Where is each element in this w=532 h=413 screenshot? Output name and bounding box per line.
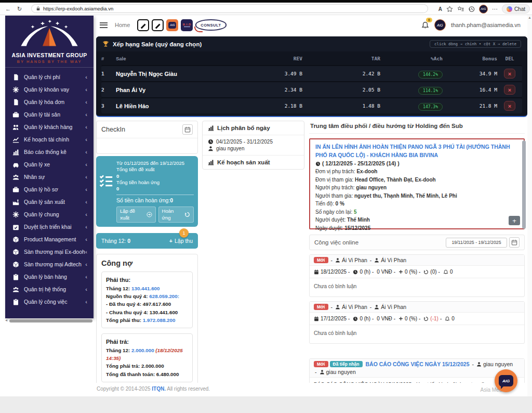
allocation-entry[interactable]: 04/12/2025 - 31/12/2025 giau nguyen	[203, 135, 304, 156]
notification-badge: 0	[426, 18, 432, 22]
sidebar-item-chung[interactable]: Quản lý chung‹	[5, 208, 94, 221]
footer-brand-link[interactable]: ITQN.	[152, 386, 166, 392]
notification-bell-icon[interactable]: 0	[421, 20, 429, 30]
delete-row-button[interactable]: ×	[504, 69, 515, 79]
sidebar-item-ban-hang[interactable]: Quản lý bán hàng‹	[5, 270, 94, 283]
sidebar-item-tai-san[interactable]: Quản lý tài sản‹	[5, 108, 94, 121]
table-row[interactable]: 3 Lê Hiền Hảo 2.18 B 1.48 B 147.3% 21.8 …	[101, 97, 522, 113]
favorites-star-icon[interactable]	[446, 6, 453, 12]
allocation-period: 04/12/2025 - 31/12/2025	[216, 139, 273, 145]
chevron-left-icon: ‹	[85, 111, 87, 118]
sidebar-item-product-mgmt[interactable]: Product Management‹	[5, 233, 94, 246]
refund-button[interactable]: Hoàn ứng	[158, 206, 194, 223]
assignee: Ái Vi Phan	[381, 304, 406, 310]
app-clipboard-icon-2[interactable]	[152, 19, 164, 31]
sidebar-item-hoa-don[interactable]: Quản lý hóa đơn‹	[5, 96, 94, 108]
date-picker-button[interactable]	[509, 237, 520, 248]
plus-icon: +	[169, 238, 172, 244]
sidebar-item-ho-so[interactable]: Quản lý hồ sơ‹	[5, 183, 94, 196]
project-link[interactable]: IN ẤN LÊN HÌNH ẢNH HOÀN THIỆN PANO NGÃ 3…	[315, 144, 510, 158]
sidebar-item-san-adtech[interactable]: Sàn thương mại Adtech‹	[5, 258, 94, 270]
sidebar-item-nhan-su[interactable]: Nhân sự‹	[5, 171, 94, 183]
sidebar-item-duyet-lich[interactable]: Duyệt lịch triển khai‹	[5, 221, 94, 233]
clock-icon	[315, 161, 321, 166]
sidebar-item-ke-hoach-tai-chinh[interactable]: Kế hoạch tài chính‹	[5, 133, 94, 146]
calendar-icon	[314, 269, 319, 275]
sidebar-item-bao-cao[interactable]: Báo cáo thống kê‹	[5, 146, 94, 158]
advance-proposed-value: 0	[116, 173, 194, 179]
sidebar-item-san-xuat[interactable]: Quản lý sản xuất‹	[5, 196, 94, 208]
advance-need-value: 0	[170, 197, 173, 203]
delete-row-button[interactable]: ×	[504, 85, 515, 95]
advance-summary-card: Từ 01/12/2025 đến 19/12/2025 Tổng tiền đ…	[96, 156, 198, 227]
chat-widget-button[interactable]: AiG	[495, 369, 517, 392]
sidebar-hscroll-arrow[interactable]: ◂	[5, 318, 7, 322]
advance-need-label: Số tiền cần hoàn ứng:	[116, 197, 170, 203]
table-row[interactable]: 1 Nguyễn Thị Ngọc Giàu 3.49 B 2.42 B 144…	[101, 65, 522, 81]
sales-ranking-panel: Xếp hạng Sale (quý đang chọn) click dòng…	[96, 36, 527, 117]
create-revenue-button[interactable]: +Lập thu	[169, 238, 193, 244]
sidebar-item-san-exdooh[interactable]: Sàn thương mại Ex-dooh‹	[5, 246, 94, 258]
app-aig-icon[interactable]: AiG	[166, 19, 178, 31]
chevron-left-icon: ‹	[85, 86, 87, 93]
status-badge-received: Đã tiếp nhận	[330, 361, 363, 367]
sidebar-item-chi-phi[interactable]: Quản lý chi phí‹	[5, 71, 94, 83]
sale-name: Lê Hiền Hảo	[116, 103, 224, 109]
table-row[interactable]: 2 Phan Ái Vy 2.34 B 2.05 B 114.1% 16.4 M…	[101, 81, 522, 97]
chevron-left-icon: ‹	[85, 211, 87, 217]
production-header[interactable]: Kế hoạch sản xuất	[203, 156, 304, 169]
user-email[interactable]: thanh.pham@asiamedia.vn	[451, 22, 521, 28]
footer: Copyright © 2014-2025 ITQN. All rights r…	[94, 383, 528, 396]
app-navbar: Home AiG B.I.D CONSULT 0 AiG thanh.pham@…	[94, 15, 528, 35]
chevron-left-icon: ‹	[85, 286, 87, 292]
receivable-block: Phải thu: Tháng 12: 130.441.600 Nguồn th…	[101, 272, 193, 328]
date-range-input[interactable]	[446, 238, 507, 248]
sidebar-item-cong-viec[interactable]: Quản lý công việc‹	[5, 295, 94, 308]
sidebar: ASIA INVESTMENT GROUP BY HANDS BY THE WA…	[5, 16, 94, 318]
work-entry[interactable]: Mới Đã tiếp nhận BÁO CÁO CÔNG VIỆC NGÀY …	[309, 358, 525, 383]
allocation-header[interactable]: Lịch phân bổ ngày	[203, 121, 304, 135]
browser-profile-avatar[interactable]: AiG	[479, 5, 488, 14]
work-entry[interactable]: Mới Ái Vi Phan Ái Vi Phan 17/12/2025 0 (…	[309, 301, 525, 344]
nav-home-link[interactable]: Home	[115, 22, 130, 28]
chat-button[interactable]: Chat	[502, 4, 530, 14]
app-consult-icon[interactable]: CONSULT	[195, 19, 226, 31]
favorites-hub-icon[interactable]	[457, 6, 464, 12]
read-aloud-icon[interactable]: A	[438, 6, 442, 12]
assignee: Ái Vi Phan	[381, 257, 406, 263]
url-text[interactable]: https://erp-exdooh.asiamedia.vn	[43, 6, 113, 11]
hamburger-menu-icon[interactable]	[100, 22, 108, 28]
scroll-up-caret[interactable]: ▲	[528, 16, 531, 19]
report-link[interactable]: BÁO CÁO CÔNG VIỆC NGÀY 15/12/2025	[366, 361, 470, 367]
online-work-section: Công việc online Mới Ái Vi Phan Ái Vi Ph…	[309, 235, 525, 383]
app-bid-icon[interactable]: B.I.D	[181, 19, 193, 31]
user-avatar[interactable]: AiG	[434, 19, 446, 31]
app-clipboard-icon-1[interactable]	[137, 19, 149, 31]
sidebar-item-xe[interactable]: Quản lý xe‹	[5, 158, 94, 171]
checkin-calendar-button[interactable]	[182, 124, 193, 135]
clock-icon	[353, 316, 358, 321]
sidebar-item-he-thong[interactable]: Quản trị hệ thống‹	[5, 283, 94, 295]
history-icon[interactable]	[468, 6, 475, 12]
history-icon	[423, 269, 429, 275]
dispatch-project-box[interactable]: IN ẤN LÊN HÌNH ẢNH HOÀN THIỆN PANO NGÃ 3…	[309, 138, 525, 229]
chevron-left-icon: ‹	[85, 161, 87, 167]
chevron-left-icon: ‹	[85, 274, 87, 280]
browser-scrollbar[interactable]	[527, 15, 532, 396]
chevron-left-icon: ‹	[85, 99, 87, 105]
sidebar-hscrollbar[interactable]	[9, 319, 92, 322]
work-entry[interactable]: Mới Ái Vi Phan Ái Vi Phan 18/12/2025 0 (…	[309, 254, 525, 297]
delete-row-button[interactable]: ×	[504, 101, 515, 111]
sidebar-item-khoan-vay[interactable]: Quản lý khoản vay‹	[5, 83, 94, 96]
refresh-icon[interactable]: ↻	[17, 6, 22, 12]
sidebar-item-khach-hang[interactable]: Quản lý khách hàng‹	[5, 121, 94, 133]
more-menu-icon[interactable]: ⋯	[492, 6, 498, 12]
person-icon	[335, 304, 340, 309]
back-icon[interactable]: ←	[5, 6, 11, 12]
chevron-left-icon: ‹	[85, 174, 87, 180]
add-project-button[interactable]: +	[509, 216, 520, 225]
content-scrollbar-thumb[interactable]	[522, 140, 526, 229]
address-bar[interactable]: https://erp-exdooh.asiamedia.vn	[31, 4, 428, 13]
create-proposal-button[interactable]: Lập đề xuất	[116, 206, 156, 223]
bar-chart-icon	[208, 159, 214, 165]
